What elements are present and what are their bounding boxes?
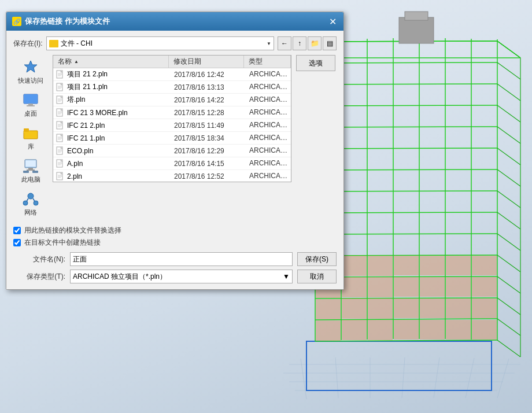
checkbox-row-2: 在目标文件中创建热链接 xyxy=(13,238,337,248)
file-row[interactable]: A.pln2017/8/16 14:15ARCHICAD 独立... xyxy=(53,157,291,170)
filename-row: 文件名(N): 保存(S) xyxy=(13,252,337,266)
computer-icon xyxy=(21,158,40,174)
file-name: 塔.pln xyxy=(67,95,174,105)
save-button[interactable]: 保存(S) xyxy=(297,252,337,266)
svg-rect-75 xyxy=(394,277,419,297)
new-folder-button[interactable]: 📁 xyxy=(308,36,322,50)
svg-line-42 xyxy=(497,191,520,208)
file-date: 2017/8/16 12:29 xyxy=(174,147,249,155)
sidebar-item-label-library: 库 xyxy=(28,142,34,151)
svg-line-22 xyxy=(315,298,497,298)
file-type: ARCHICAD 独立... xyxy=(249,146,289,156)
filetype-dropdown-arrow-icon: ▼ xyxy=(283,272,290,281)
svg-rect-96 xyxy=(28,168,33,169)
filetype-select[interactable]: ARCHICAD 独立项目（*.pln） ▼ xyxy=(70,270,293,283)
header-name[interactable]: 名称 ▲ xyxy=(53,56,169,68)
file-type: ARCHICAD 独立... xyxy=(249,158,289,168)
main-content-area: 快速访问 桌面 xyxy=(13,55,337,221)
sidebar-item-library[interactable]: 库 xyxy=(14,123,47,153)
file-row[interactable]: 项目 21 1.pln2017/8/16 13:13ARCHICAD 独立... xyxy=(53,81,291,94)
save-in-bar: 保存在(I): 文件 - CHI ▼ ← ↑ 📁 ▤ xyxy=(13,36,337,50)
svg-point-102 xyxy=(34,201,38,205)
file-row[interactable]: ECO.pln2017/8/16 12:29ARCHICAD 独立... xyxy=(53,145,291,157)
file-row[interactable]: IFC 21 2.pln2017/8/15 11:49ARCHICAD 独立..… xyxy=(53,119,291,132)
file-date: 2017/8/16 12:52 xyxy=(174,172,249,180)
file-icon xyxy=(56,108,65,117)
svg-line-4 xyxy=(301,359,306,399)
svg-line-8 xyxy=(434,357,439,398)
sidebar-item-label-network: 网络 xyxy=(24,208,37,217)
location-dropdown[interactable]: 文件 - CHI ▼ xyxy=(46,36,274,50)
svg-rect-99 xyxy=(32,171,38,173)
view-button[interactable]: ▤ xyxy=(323,36,337,50)
file-row[interactable]: IFC 21 1.pln2017/8/15 18:34ARCHICAD 独立..… xyxy=(53,132,291,145)
svg-rect-84 xyxy=(446,256,471,275)
sidebar-item-network[interactable]: 网络 xyxy=(14,189,47,219)
back-button[interactable]: ← xyxy=(278,36,291,50)
sidebar-item-quickaccess[interactable]: 快速访问 xyxy=(14,57,47,87)
file-row[interactable]: 2.pln2017/8/16 12:52ARCHICAD 独立... xyxy=(53,170,291,182)
svg-rect-98 xyxy=(23,171,29,173)
svg-rect-81 xyxy=(368,256,393,276)
dialog-body: 保存在(I): 文件 - CHI ▼ ← ↑ 📁 ▤ xyxy=(6,31,343,289)
save-dialog: 🔗 保存热链接 作为模块文件 ✕ 保存在(I): 文件 - CHI ▼ ← ↑ … xyxy=(6,12,344,290)
svg-rect-78 xyxy=(472,277,497,297)
svg-point-100 xyxy=(28,193,34,199)
svg-line-48 xyxy=(497,319,520,335)
file-row[interactable]: 塔.pln2017/8/16 14:22ARCHICAD 独立... xyxy=(53,94,291,106)
checkbox-row-1: 用此热链接的模块文件替换选择 xyxy=(13,226,337,235)
file-icon xyxy=(56,95,65,105)
svg-line-38 xyxy=(497,105,520,122)
up-button[interactable]: ↑ xyxy=(293,36,306,50)
svg-rect-65 xyxy=(316,299,341,319)
file-date: 2017/8/16 12:42 xyxy=(174,71,249,79)
header-type[interactable]: 类型 xyxy=(244,56,291,68)
file-date: 2017/8/16 14:22 xyxy=(174,96,249,104)
svg-rect-74 xyxy=(368,277,393,297)
svg-line-21 xyxy=(315,319,497,320)
sidebar-item-desktop[interactable]: 桌面 xyxy=(14,90,47,120)
svg-line-5 xyxy=(335,357,338,398)
file-icon xyxy=(56,83,65,92)
file-date: 2017/8/15 11:49 xyxy=(174,121,249,130)
file-row[interactable]: 项目 21 2.pln2017/8/16 12:42ARCHICAD 独立... xyxy=(53,68,291,81)
library-icon xyxy=(21,125,40,141)
right-buttons: 选项 xyxy=(296,55,337,221)
filename-input[interactable] xyxy=(70,252,293,266)
file-icon xyxy=(56,146,65,156)
folder-icon xyxy=(49,40,58,47)
file-name: ECO.pln xyxy=(67,147,174,155)
cancel-button[interactable]: 取消 xyxy=(297,270,337,283)
options-button[interactable]: 选项 xyxy=(296,55,335,71)
svg-rect-64 xyxy=(472,320,497,340)
file-type: ARCHICAD 独立... xyxy=(249,69,289,79)
file-type: ARCHICAD 独立... xyxy=(249,108,289,117)
sidebar-item-label-quickaccess: 快速访问 xyxy=(18,76,43,85)
dialog-title-icon: 🔗 xyxy=(12,17,21,26)
svg-rect-83 xyxy=(420,256,445,275)
svg-line-103 xyxy=(27,198,28,201)
svg-line-53 xyxy=(497,41,520,58)
svg-rect-67 xyxy=(368,298,393,319)
checkbox-label-create-hotlink: 在目标文件中创建热链接 xyxy=(24,238,101,248)
svg-rect-56 xyxy=(399,17,434,43)
filetype-row: 保存类型(T): ARCHICAD 独立项目（*.pln） ▼ 取消 xyxy=(13,270,337,283)
checkbox-replace[interactable] xyxy=(13,227,21,234)
checkbox-create-hotlink[interactable] xyxy=(13,239,21,246)
file-type: ARCHICAD 独立... xyxy=(249,120,289,130)
close-button[interactable]: ✕ xyxy=(327,16,338,27)
file-list-header: 名称 ▲ 修改日期 类型 xyxy=(53,56,291,68)
file-row[interactable]: IFC 21 3 MORE.pln2017/8/15 12:28ARCHICAD… xyxy=(53,106,291,119)
header-date[interactable]: 修改日期 xyxy=(169,56,244,68)
sidebar-item-computer[interactable]: 此电脑 xyxy=(14,156,47,186)
svg-rect-66 xyxy=(342,298,367,319)
sidebar: 快速访问 桌面 xyxy=(13,55,48,221)
file-icon xyxy=(56,159,65,168)
dialog-title-left: 🔗 保存热链接 作为模块文件 xyxy=(12,16,110,27)
svg-rect-82 xyxy=(394,256,419,275)
file-icon xyxy=(56,172,65,181)
svg-rect-68 xyxy=(394,298,419,318)
svg-line-45 xyxy=(497,255,520,272)
svg-rect-58 xyxy=(316,320,341,341)
svg-rect-80 xyxy=(342,256,367,276)
